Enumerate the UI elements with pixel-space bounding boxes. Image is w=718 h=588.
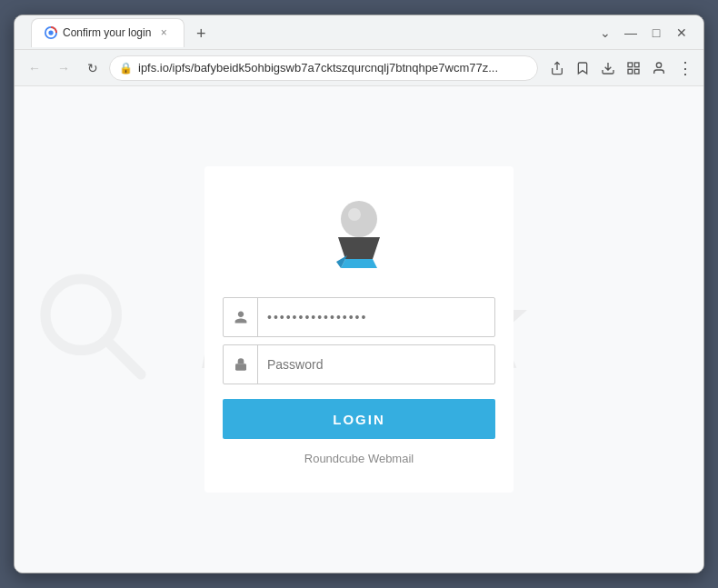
- forward-button[interactable]: →: [51, 55, 76, 81]
- new-tab-button[interactable]: +: [188, 22, 214, 47]
- username-input-group: [223, 297, 495, 337]
- user-icon: [224, 298, 258, 336]
- security-lock-icon: 🔒: [119, 62, 133, 75]
- svg-point-1: [48, 30, 53, 35]
- extensions-icon[interactable]: [622, 56, 645, 80]
- tab-bar: Confirm your login × +: [24, 18, 221, 47]
- close-button[interactable]: ✕: [669, 20, 694, 45]
- svg-rect-4: [628, 69, 633, 74]
- download-icon[interactable]: [596, 56, 620, 80]
- back-button[interactable]: ←: [22, 55, 47, 81]
- menu-dots-icon[interactable]: ⋮: [673, 56, 696, 80]
- share-icon[interactable]: [545, 56, 569, 80]
- svg-point-7: [45, 279, 116, 350]
- svg-rect-5: [634, 69, 639, 74]
- svg-marker-11: [338, 237, 380, 259]
- page-content: PCrisk: [15, 86, 703, 573]
- address-bar[interactable]: 🔒 ipfs.io/ipfs/bafybeidk5ohbigswb7a7ckts…: [109, 55, 538, 81]
- url-text: ipfs.io/ipfs/bafybeidk5ohbigswb7a7cktszq…: [138, 61, 528, 75]
- svg-point-9: [341, 201, 377, 237]
- svg-line-8: [106, 340, 141, 374]
- login-button[interactable]: LOGIN: [223, 399, 495, 439]
- svg-point-6: [656, 63, 661, 67]
- login-form: LOGIN Roundcube Webmail: [204, 166, 514, 493]
- password-input[interactable]: [258, 345, 494, 384]
- magnifier-watermark: [33, 266, 160, 394]
- svg-rect-14: [235, 364, 246, 370]
- active-tab[interactable]: Confirm your login ×: [31, 18, 184, 47]
- svg-rect-2: [628, 63, 633, 67]
- browser-window: Confirm your login × + ⌄ — □ ✕ ← → ↻ 🔒 i…: [14, 15, 704, 573]
- password-lock-icon: [224, 345, 258, 384]
- tab-favicon: [45, 26, 57, 39]
- svg-marker-12: [341, 259, 377, 268]
- bookmark-icon[interactable]: [571, 56, 594, 80]
- username-input[interactable]: [258, 298, 494, 336]
- password-input-group: [223, 344, 495, 384]
- minimize-button[interactable]: —: [618, 20, 643, 45]
- svg-point-10: [348, 208, 361, 221]
- profile-icon[interactable]: [647, 56, 671, 80]
- brand-label: Roundcube Webmail: [304, 452, 414, 465]
- app-logo: [318, 194, 400, 275]
- svg-rect-3: [634, 63, 639, 67]
- reload-button[interactable]: ↻: [80, 55, 105, 81]
- address-bar-row: ← → ↻ 🔒 ipfs.io/ipfs/bafybeidk5ohbigswb7…: [15, 50, 703, 86]
- address-actions: ⋮: [545, 56, 696, 80]
- tab-close-button[interactable]: ×: [156, 25, 171, 40]
- tab-title: Confirm your login: [63, 26, 151, 39]
- chevron-down-icon[interactable]: ⌄: [593, 20, 618, 45]
- title-bar: Confirm your login × + ⌄ — □ ✕: [15, 15, 703, 50]
- maximize-button[interactable]: □: [643, 20, 669, 45]
